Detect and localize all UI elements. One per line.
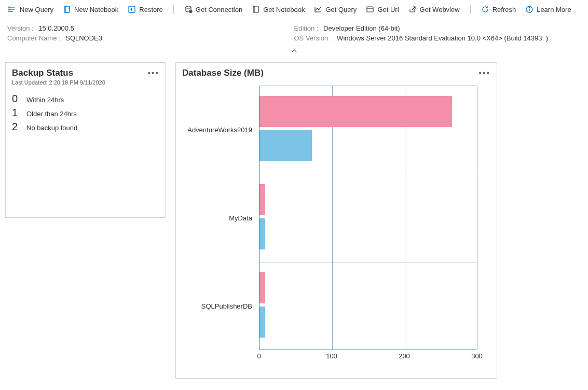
- svg-point-3: [9, 7, 10, 8]
- chart-x-tick: 100: [326, 352, 337, 360]
- backup-last-updated: Last Updated: 2:20:18 PM 9/11/2020: [6, 79, 166, 91]
- os-version-value: Windows Server 2016 Standard Evaluation …: [337, 34, 548, 42]
- get-webview-label: Get Webview: [420, 6, 460, 13]
- get-url-label: Get Url: [377, 6, 399, 13]
- svg-rect-17: [367, 7, 373, 12]
- size-widget-more-button[interactable]: •••: [478, 71, 490, 75]
- restore-icon: [128, 5, 136, 13]
- status-label: Older than 24hrs: [26, 110, 77, 118]
- svg-point-4: [9, 9, 10, 10]
- svg-point-5: [9, 11, 10, 12]
- new-query-icon: [8, 5, 17, 13]
- chart-gridline: [477, 86, 477, 350]
- chart-line-icon: [314, 5, 322, 13]
- new-notebook-button[interactable]: New Notebook: [59, 3, 122, 16]
- svg-point-11: [186, 6, 191, 8]
- get-query-label: Get Query: [325, 6, 357, 13]
- chart-category-label: SQLPublisherDB: [201, 302, 252, 310]
- computer-name-label: Computer Name :: [7, 34, 61, 42]
- url-icon: [366, 5, 374, 13]
- learn-more-button[interactable]: Learn More: [521, 3, 575, 16]
- get-notebook-icon: [252, 5, 260, 13]
- computer-name-value: SQLNODE3: [65, 34, 102, 42]
- chart-x-tick: 200: [399, 352, 410, 360]
- status-count: 0: [12, 93, 21, 105]
- chart-gridline: [259, 262, 477, 262]
- get-notebook-label: Get Notebook: [263, 6, 305, 13]
- get-webview-button[interactable]: Get Webview: [404, 3, 464, 16]
- collapse-row: [0, 46, 588, 59]
- chart-gridline: [259, 86, 477, 86]
- chart-bar-series2: [259, 307, 265, 338]
- version-label: Version :: [7, 24, 34, 32]
- toolbar: New Query New Notebook Restore Get Co: [0, 0, 588, 19]
- new-notebook-label: New Notebook: [74, 6, 118, 13]
- get-query-button[interactable]: Get Query: [310, 3, 361, 16]
- status-count: 1: [12, 107, 21, 119]
- backup-status-widget: Backup Status ••• Last Updated: 2:20:18 …: [5, 62, 166, 218]
- chart-category-label: MyData: [229, 214, 252, 222]
- os-version-label: OS Version :: [294, 34, 332, 42]
- backup-widget-more-button[interactable]: •••: [147, 71, 159, 75]
- widgets-row: Backup Status ••• Last Updated: 2:20:18 …: [0, 59, 588, 382]
- new-query-button[interactable]: New Query: [4, 3, 58, 16]
- get-notebook-button[interactable]: Get Notebook: [248, 3, 309, 16]
- toolbar-separator: [470, 5, 471, 14]
- svg-point-21: [529, 7, 530, 8]
- status-label: No backup found: [26, 124, 77, 132]
- restore-label: Restore: [139, 6, 163, 13]
- external-icon: [408, 5, 417, 13]
- chart-x-tick: 300: [471, 352, 483, 360]
- chart-bar-series2: [259, 130, 312, 161]
- refresh-button[interactable]: Refresh: [477, 3, 521, 16]
- chart-bar-series1: [259, 96, 452, 127]
- chevron-up-icon[interactable]: [291, 48, 298, 53]
- get-connection-label: Get Connection: [196, 6, 242, 13]
- status-label: Within 24hrs: [26, 96, 64, 104]
- info-icon: [525, 5, 534, 13]
- edition-label: Edition :: [294, 24, 319, 32]
- refresh-icon: [481, 5, 489, 13]
- status-item: 1 Older than 24hrs: [12, 107, 159, 119]
- info-bar: Version : 15.0.2000.5 Computer Name : SQ…: [0, 19, 588, 46]
- restore-button[interactable]: Restore: [124, 3, 167, 16]
- chart-category-label: AdventureWorks2019: [187, 126, 252, 134]
- chart-x-axis: 0 100 200 300: [259, 352, 477, 363]
- status-item: 0 Within 24hrs: [12, 93, 159, 105]
- notebook-icon: [63, 5, 71, 13]
- toolbar-separator: [173, 5, 174, 14]
- refresh-label: Refresh: [493, 6, 516, 13]
- learn-more-label: Learn More: [537, 6, 571, 13]
- connection-icon: [184, 5, 193, 13]
- database-size-title: Database Size (MB): [182, 68, 264, 78]
- database-size-chart: AdventureWorks2019 MyData SQLPublisherDB: [176, 79, 497, 370]
- status-item: 2 No backup found: [12, 121, 159, 133]
- chart-bar-series1: [259, 272, 265, 303]
- backup-status-list: 0 Within 24hrs 1 Older than 24hrs 2 No b…: [6, 91, 166, 137]
- chart-x-tick: 0: [257, 352, 261, 360]
- version-value: 15.0.2000.5: [38, 24, 74, 32]
- chart-gridline: [259, 174, 477, 174]
- edition-value: Developer Edition (64-bit): [323, 24, 400, 32]
- chart-bar-series1: [259, 184, 265, 215]
- database-size-widget: Database Size (MB) ••• AdventureWorks201…: [175, 62, 497, 379]
- status-count: 2: [12, 121, 21, 133]
- get-url-button[interactable]: Get Url: [362, 3, 403, 16]
- chart-bar-series2: [259, 218, 265, 249]
- get-connection-button[interactable]: Get Connection: [180, 3, 247, 16]
- chart-plot: [259, 86, 477, 350]
- backup-status-title: Backup Status: [12, 68, 73, 78]
- new-query-label: New Query: [20, 6, 53, 13]
